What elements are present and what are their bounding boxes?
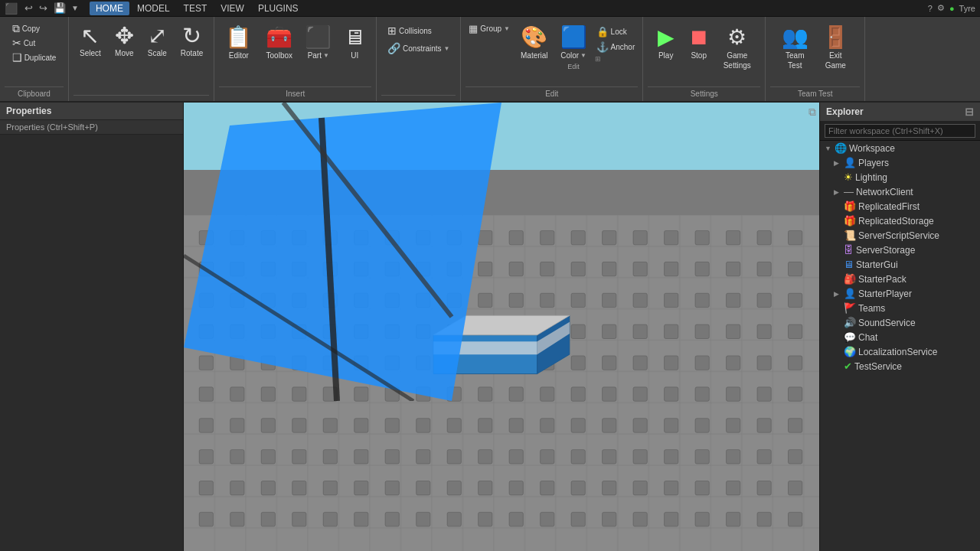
explorer-item-workspace[interactable]: ▼🌐Workspace [820, 141, 980, 155]
lock-icon: 🔒 [596, 26, 609, 37]
menu-model[interactable]: MODEL [131, 2, 176, 15]
part-button[interactable]: ⬛ Part ▼ [300, 21, 336, 63]
tree-item-label: LocalizationService [858, 347, 937, 357]
copy-icon: ⧉ [12, 23, 20, 34]
explorer-item-localizationservice[interactable]: 🌍LocalizationService [820, 344, 980, 359]
viewport[interactable]: ⧉ [184, 103, 819, 551]
duplicate-button[interactable]: ❑ Duplicate [9, 51, 60, 64]
explorer-item-networkclient[interactable]: ▶—NetworkClient [820, 184, 980, 199]
explorer-item-replicatedstorage[interactable]: 🎁ReplicatedStorage [820, 214, 980, 228]
explorer-item-starterpack[interactable]: 🎒StarterPack [820, 272, 980, 286]
explorer-item-chat[interactable]: 💬Chat [820, 330, 980, 344]
material-button[interactable]: 🎨 Material [514, 21, 554, 63]
explorer-item-serverscriptservice[interactable]: 📜ServerScriptService [820, 228, 980, 243]
move-button[interactable]: ✥ Move [109, 21, 140, 93]
quick-save[interactable]: 💾 [51, 2, 68, 14]
group-icon: ▦ [469, 23, 478, 34]
scale-button[interactable]: ⤢ Scale [142, 21, 173, 93]
explorer-item-startergui[interactable]: 🖥StarterGui [820, 257, 980, 272]
group-button[interactable]: ▦ Group ▼ [466, 21, 513, 36]
tree-item-label: StarterPack [858, 274, 906, 285]
constraints-button[interactable]: 🔗 Constraints ▼ [384, 41, 453, 56]
svg-rect-2 [184, 215, 819, 552]
properties-content [0, 135, 183, 551]
svg-rect-184 [230, 512, 244, 526]
svg-rect-19 [695, 230, 709, 244]
play-icon: ▶ [658, 24, 675, 50]
material-icon: 🎨 [521, 24, 547, 50]
svg-rect-142 [789, 418, 802, 432]
svg-rect-141 [757, 418, 771, 432]
ribbon-section-teamtest: 👥 Team Test 🚪 Exit Game Team Test [766, 17, 865, 101]
svg-rect-10 [416, 230, 430, 244]
svg-rect-194 [541, 512, 554, 526]
game-settings-button[interactable]: ⚙ Game Settings [717, 21, 757, 73]
svg-rect-135 [571, 418, 585, 432]
svg-rect-16 [603, 230, 616, 244]
help-icon[interactable]: ? [928, 4, 933, 13]
svg-rect-148 [354, 449, 368, 463]
copy-button[interactable]: ⧉ Copy [9, 21, 60, 35]
menu-view[interactable]: VIEW [214, 2, 250, 15]
cut-button[interactable]: ✂ Cut [9, 36, 60, 50]
svg-rect-24 [230, 262, 244, 276]
settings-icon[interactable]: ⚙ [937, 3, 945, 13]
svg-rect-178 [665, 481, 678, 494]
explorer-item-soundservice[interactable]: 🔊SoundService [820, 315, 980, 330]
svg-rect-183 [199, 512, 213, 526]
menu-plugins[interactable]: PLUGINS [252, 2, 305, 15]
tree-item-icon: 📜 [844, 230, 856, 241]
explorer-item-players[interactable]: ▶👤Players [820, 155, 980, 170]
main-body: Properties Properties (Ctrl+Shift+P) [0, 103, 980, 551]
menu-home[interactable]: HOME [90, 2, 129, 15]
explorer-item-replicatedfirst[interactable]: 🎁ReplicatedFirst [820, 199, 980, 214]
tree-arrow: ▶ [834, 290, 841, 298]
svg-rect-190 [416, 512, 430, 526]
svg-rect-192 [479, 512, 492, 526]
collisions-button[interactable]: ⊞ Collisions [384, 23, 453, 38]
tree-item-icon: 🎁 [844, 215, 856, 227]
svg-rect-100 [727, 355, 740, 369]
svg-rect-83 [199, 355, 213, 369]
svg-rect-193 [509, 512, 523, 526]
select-button[interactable]: ↖ Select [74, 21, 107, 93]
color-button[interactable]: 🟦 Color ▼ [556, 21, 592, 63]
svg-rect-6 [292, 230, 306, 244]
viewport-maximize-button[interactable]: ⧉ [808, 106, 816, 119]
explorer-item-serverstorage[interactable]: 🗄ServerStorage [820, 243, 980, 257]
svg-rect-136 [603, 418, 616, 432]
svg-rect-195 [571, 512, 585, 526]
ui-button[interactable]: 🖥 UI [338, 21, 371, 63]
svg-rect-152 [479, 449, 492, 463]
ribbon-section-test: ▶ Play ⏹ Stop ⚙ Game Settings Settings [643, 17, 766, 101]
explorer-filter-input[interactable] [825, 124, 975, 138]
play-button[interactable]: ▶ Play [652, 21, 681, 63]
stop-button[interactable]: ⏹ Stop [682, 21, 716, 63]
tree-item-icon: ✔ [844, 360, 852, 372]
svg-rect-111 [447, 386, 461, 400]
anchor-button[interactable]: ⚓ Anchor [593, 40, 639, 54]
rotate-button[interactable]: ↻ Rotate [175, 21, 209, 93]
svg-rect-26 [292, 262, 306, 276]
svg-rect-76 [603, 324, 616, 338]
team-test-button[interactable]: 👥 Team Test [776, 21, 815, 73]
toolbox-button[interactable]: 🧰 Toolbox [260, 21, 299, 63]
lock-button[interactable]: 🔒 Lock [593, 24, 639, 39]
exit-game-button[interactable]: 🚪 Exit Game [816, 21, 855, 73]
explorer-item-starterplayer[interactable]: ▶👤StarterPlayer [820, 286, 980, 301]
svg-rect-114 [541, 386, 554, 400]
svg-rect-62 [789, 293, 802, 307]
svg-rect-180 [727, 481, 740, 494]
editor-button[interactable]: 📋 Editor [219, 21, 258, 63]
explorer-item-teams[interactable]: 🚩Teams [820, 301, 980, 315]
explorer-item-lighting[interactable]: ☀Lighting [820, 170, 980, 184]
quick-dropdown[interactable]: ▼ [70, 4, 80, 12]
quick-redo[interactable]: ↪ [37, 2, 50, 14]
svg-rect-200 [727, 512, 740, 526]
svg-rect-86 [292, 355, 306, 369]
svg-rect-104 [230, 386, 244, 400]
menu-test[interactable]: TEST [178, 2, 214, 15]
svg-rect-78 [665, 324, 678, 338]
explorer-item-testservice[interactable]: ✔TestService [820, 359, 980, 373]
quick-undo[interactable]: ↩ [22, 2, 35, 14]
